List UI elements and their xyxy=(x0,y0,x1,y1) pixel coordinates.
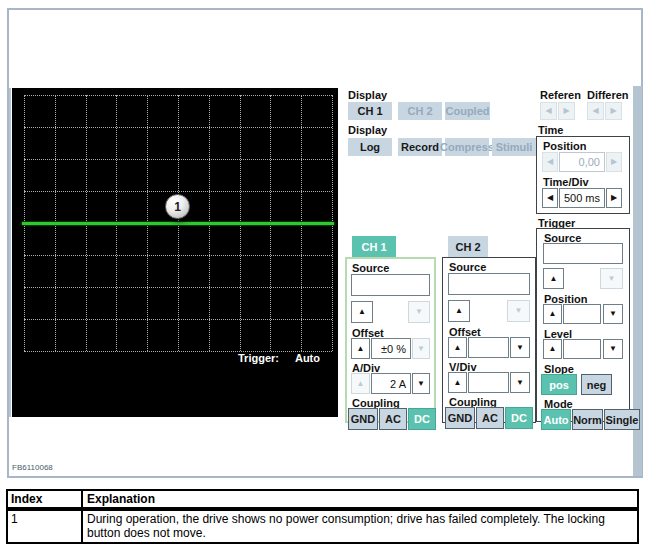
arrow-up-icon: ▲ xyxy=(549,310,557,318)
timediv-label: Time/Div xyxy=(543,176,589,188)
trigger-source-field[interactable] xyxy=(543,243,623,264)
arrow-down-icon: ▼ xyxy=(417,380,425,388)
table-cell-explanation: During operation, the drive shows no pow… xyxy=(83,511,637,542)
arrow-up-icon: ▲ xyxy=(549,345,557,353)
ch1-coupling-dc-button[interactable]: DC xyxy=(408,408,436,430)
reference-label: Referen xyxy=(540,89,581,101)
display-coupled-button[interactable]: Coupled xyxy=(445,102,490,120)
difference-label: Differen xyxy=(587,89,629,101)
timediv-field[interactable]: 500 ms xyxy=(559,188,605,208)
trigger-slope-neg-button[interactable]: neg xyxy=(581,374,612,395)
ch1-source-down-button[interactable]: ▼ xyxy=(408,301,430,323)
trigger-source-down-button[interactable]: ▼ xyxy=(600,268,623,289)
ch1-offset-down-button[interactable]: ▼ xyxy=(412,338,430,359)
trigger-status: Trigger:Auto xyxy=(238,352,320,364)
ch1-source-field[interactable] xyxy=(351,274,430,296)
arrow-down-icon: ▼ xyxy=(608,275,616,283)
arrow-left-icon: ◀ xyxy=(547,194,553,202)
ch2-offset-field[interactable] xyxy=(468,337,509,358)
trigger-groupbox: Source ▲ ▼ Position ▲ ▼ Level ▲ ▼ Slope … xyxy=(536,228,630,422)
table-cell-index: 1 xyxy=(8,511,83,542)
difference-prev-button[interactable]: ◀ xyxy=(587,102,604,120)
display-channels-label: Display xyxy=(348,89,387,101)
ch1-source-up-button[interactable]: ▲ xyxy=(351,301,373,323)
ch2-vdiv-field[interactable] xyxy=(468,372,509,393)
page: 1 Trigger:Auto Display CH 1 CH 2 Coupled… xyxy=(0,0,649,549)
arrow-up-icon: ▲ xyxy=(358,308,366,316)
display-stimuli-button[interactable]: Stimuli xyxy=(492,138,536,156)
trigger-mode-norm-button[interactable]: Norm xyxy=(572,409,603,430)
arrow-down-icon: ▼ xyxy=(515,307,523,315)
ch2-vdiv-up-button[interactable]: ▲ xyxy=(448,372,467,393)
arrow-up-icon: ▲ xyxy=(550,275,558,283)
ch1-adiv-up-button[interactable]: ▲ xyxy=(351,373,370,394)
time-position-decrease-button[interactable]: ◀ xyxy=(542,152,558,172)
arrow-up-icon: ▲ xyxy=(454,344,462,352)
display-ch2-button[interactable]: CH 2 xyxy=(398,102,442,120)
ch2-coupling-dc-button[interactable]: DC xyxy=(505,407,533,429)
table-header-index: Index xyxy=(8,491,83,507)
ch1-tab[interactable]: CH 1 xyxy=(352,236,396,257)
ch2-coupling-ac-button[interactable]: AC xyxy=(476,407,504,429)
time-label: Time xyxy=(538,124,563,136)
arrow-right-icon: ▶ xyxy=(611,158,617,166)
display-record-button[interactable]: Record xyxy=(398,138,442,156)
screenshot-left-edge xyxy=(9,88,11,417)
timediv-decrease-button[interactable]: ◀ xyxy=(542,188,558,208)
display-modes-label: Display xyxy=(348,124,387,136)
trigger-slope-pos-button[interactable]: pos xyxy=(541,374,577,395)
difference-next-button[interactable]: ▶ xyxy=(605,102,622,120)
table-header-row: Index Explanation xyxy=(6,489,639,509)
trigger-level-down-button[interactable]: ▼ xyxy=(603,339,623,359)
trigger-position-field[interactable] xyxy=(563,304,601,324)
arrow-up-icon: ▲ xyxy=(357,345,365,353)
table-header-explanation: Explanation xyxy=(83,491,637,507)
arrow-right-icon: ▶ xyxy=(563,107,569,115)
ch2-coupling-gnd-button[interactable]: GND xyxy=(445,407,475,429)
display-log-button[interactable]: Log xyxy=(348,138,392,156)
trigger-mode-auto-button[interactable]: Auto xyxy=(541,409,571,430)
display-ch1-button[interactable]: CH 1 xyxy=(348,102,392,120)
ch1-adiv-down-button[interactable]: ▼ xyxy=(412,373,430,394)
arrow-left-icon: ◀ xyxy=(545,107,551,115)
ch1-source-label: Source xyxy=(352,262,389,274)
figure-frame: 1 Trigger:Auto Display CH 1 CH 2 Coupled… xyxy=(7,8,643,478)
arrow-down-icon: ▼ xyxy=(609,310,617,318)
display-compress-button[interactable]: Compress xyxy=(445,138,489,156)
arrow-down-icon: ▼ xyxy=(415,308,423,316)
arrow-down-icon: ▼ xyxy=(417,345,425,353)
signal-trace xyxy=(22,222,334,225)
time-position-field[interactable]: 0,00 xyxy=(559,152,605,172)
ch2-source-down-button[interactable]: ▼ xyxy=(507,300,530,322)
ch2-vdiv-down-button[interactable]: ▼ xyxy=(510,372,530,393)
timediv-increase-button[interactable]: ▶ xyxy=(606,188,622,208)
ch2-offset-down-button[interactable]: ▼ xyxy=(510,337,530,358)
reference-prev-button[interactable]: ◀ xyxy=(540,102,557,120)
arrow-down-icon: ▼ xyxy=(516,344,524,352)
arrow-right-icon: ▶ xyxy=(610,107,616,115)
trigger-source-up-button[interactable]: ▲ xyxy=(543,268,564,289)
arrow-down-icon: ▼ xyxy=(609,345,617,353)
ch2-source-field[interactable] xyxy=(448,273,530,295)
ch1-offset-up-button[interactable]: ▲ xyxy=(351,338,370,359)
trigger-level-field[interactable] xyxy=(563,339,601,359)
reference-next-button[interactable]: ▶ xyxy=(558,102,575,120)
ch2-source-up-button[interactable]: ▲ xyxy=(448,300,470,322)
ch1-coupling-ac-button[interactable]: AC xyxy=(379,408,407,430)
figure-code: FB6110068 xyxy=(12,463,53,472)
ch1-coupling-gnd-button[interactable]: GND xyxy=(348,408,378,430)
time-position-increase-button[interactable]: ▶ xyxy=(606,152,622,172)
ch1-offset-field[interactable]: ±0 % xyxy=(371,338,411,359)
trigger-mode-single-button[interactable]: Single xyxy=(604,409,640,430)
trigger-position-down-button[interactable]: ▼ xyxy=(603,304,623,324)
ch2-panel: Source ▲ ▼ Offset ▲ ▼ V/Div ▲ ▼ Coupling… xyxy=(442,257,536,423)
trigger-status-value: Auto xyxy=(295,352,320,364)
ch2-tab[interactable]: CH 2 xyxy=(448,236,488,257)
ch1-panel: Source ▲ ▼ Offset ▲ ±0 % ▼ A/Div ▲ 2 A ▼… xyxy=(345,257,436,423)
trigger-position-up-button[interactable]: ▲ xyxy=(543,304,562,324)
callout-balloon-1: 1 xyxy=(165,194,190,219)
ch2-offset-up-button[interactable]: ▲ xyxy=(448,337,467,358)
trigger-level-up-button[interactable]: ▲ xyxy=(543,339,562,359)
time-groupbox: Position ◀ 0,00 ▶ Time/Div ◀ 500 ms ▶ xyxy=(536,136,630,214)
ch1-adiv-field[interactable]: 2 A xyxy=(371,373,411,394)
